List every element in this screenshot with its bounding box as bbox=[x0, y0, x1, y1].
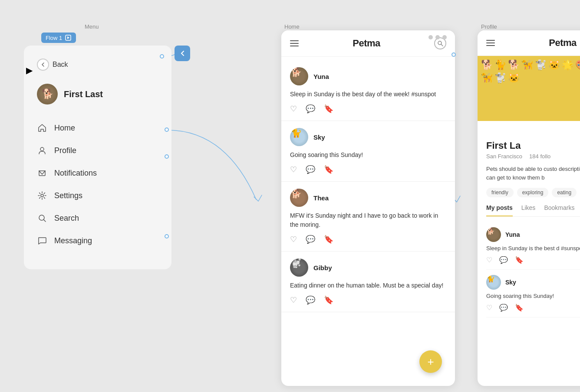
profile-name: First La bbox=[486, 140, 580, 151]
mini-post-2-emoji: 🐈 bbox=[486, 275, 495, 282]
post-1-bookmark-icon[interactable]: 🔖 bbox=[324, 104, 333, 114]
profile-screen-header: Petma bbox=[478, 30, 580, 56]
menu-item-notifications[interactable]: Notifications bbox=[37, 162, 158, 184]
profile-bio: Pets should be able to custo description… bbox=[486, 165, 580, 182]
mini-post-1-username: Yuna bbox=[505, 231, 520, 238]
post-2-like-icon[interactable]: ♡ bbox=[290, 165, 297, 174]
mini-post-2-comment[interactable]: 💬 bbox=[499, 304, 508, 312]
mini-post-1-emoji: 🐕 bbox=[486, 227, 495, 235]
post-item-3: 🐕 Thea MFW it's Sunday night and I have … bbox=[281, 182, 455, 252]
mini-post-1-comment[interactable]: 💬 bbox=[499, 256, 508, 264]
dot-home-search bbox=[451, 52, 456, 57]
home-label: Home bbox=[284, 23, 300, 30]
back-chevron-icon bbox=[40, 62, 46, 68]
mini-post-1-avatar: 🐕 bbox=[486, 227, 501, 242]
dot-profile bbox=[165, 154, 169, 159]
profile-logo: Petma bbox=[549, 37, 577, 49]
post-3-like-icon[interactable]: ♡ bbox=[290, 235, 297, 244]
menu-item-profile-label: Profile bbox=[54, 146, 76, 155]
home-logo: Petma bbox=[353, 38, 380, 49]
dot-back bbox=[160, 54, 164, 59]
menu-item-messaging[interactable]: Messaging bbox=[37, 229, 158, 252]
profile-tab-posts[interactable]: My posts bbox=[486, 204, 513, 216]
flow-badge[interactable]: Flow 1 bbox=[41, 33, 76, 43]
post-4-text: Eating dinner on the human table. Must b… bbox=[290, 281, 446, 290]
mini-post-1-text: Sleep in Sunday is the best d #sunspot bbox=[486, 245, 580, 252]
messaging-icon bbox=[37, 235, 47, 246]
post-4-comment-icon[interactable]: 💬 bbox=[306, 295, 315, 305]
flow-badge-icon bbox=[65, 34, 72, 41]
profile-hamburger-menu[interactable] bbox=[486, 40, 495, 46]
post-item-1: 🐕 Yuna Sleep in Sunday is the best day o… bbox=[281, 60, 455, 121]
menu-item-search[interactable]: Search bbox=[37, 207, 158, 229]
post-4-actions: ♡ 💬 🔖 bbox=[290, 295, 446, 305]
home-hamburger-menu[interactable] bbox=[290, 40, 299, 46]
post-2-bookmark-icon[interactable]: 🔖 bbox=[324, 165, 333, 174]
menu-item-home[interactable]: Home bbox=[37, 117, 158, 139]
post-1-actions: ♡ 💬 🔖 bbox=[290, 104, 446, 114]
profile-tag-2[interactable]: eating bbox=[552, 188, 577, 197]
menu-item-settings-label: Settings bbox=[54, 191, 82, 200]
search-icon bbox=[37, 213, 47, 223]
menu-label: Menu bbox=[85, 23, 99, 30]
profile-tag-1[interactable]: exploring bbox=[517, 188, 549, 197]
menu-item-profile[interactable]: Profile bbox=[37, 139, 158, 162]
menu-item-messaging-label: Messaging bbox=[54, 236, 92, 245]
post-3-bookmark-icon[interactable]: 🔖 bbox=[324, 235, 333, 244]
menu-item-home-label: Home bbox=[54, 124, 75, 133]
profile-tab-bookmarks[interactable]: Bookmarks bbox=[544, 204, 574, 216]
home-screen-header: Petma bbox=[281, 30, 455, 57]
post-3-actions: ♡ 💬 🔖 bbox=[290, 235, 446, 244]
post-2-text: Going soaring this Sunday! bbox=[290, 150, 446, 160]
profile-tabs: My posts Likes Bookmarks bbox=[486, 204, 580, 217]
menu-user[interactable]: 🐕 First Last bbox=[37, 84, 158, 105]
dot-home bbox=[165, 127, 169, 132]
mini-post-2-actions: ♡ 💬 🔖 bbox=[486, 304, 580, 312]
settings-icon bbox=[37, 190, 47, 201]
home-screen: Petma 🐕 Yuna Sleep in Sunday is the best… bbox=[281, 30, 455, 386]
mini-post-1-actions: ♡ 💬 🔖 bbox=[486, 256, 580, 264]
mini-post-1-like[interactable]: ♡ bbox=[486, 256, 492, 264]
menu-item-search-label: Search bbox=[54, 214, 79, 223]
mini-post-2-bookmark[interactable]: 🔖 bbox=[515, 304, 524, 312]
mini-post-2-text: Going soaring this Sunday! bbox=[486, 292, 580, 300]
post-4-like-icon[interactable]: ♡ bbox=[290, 295, 297, 305]
profile-tags: friendly exploring eating bbox=[486, 188, 580, 197]
post-4-username: Gibby bbox=[313, 264, 332, 271]
cursor: ▶ bbox=[26, 65, 33, 75]
post-2-actions: ♡ 💬 🔖 bbox=[290, 165, 446, 174]
window-ctrl-3 bbox=[442, 35, 447, 39]
mini-post-2-like[interactable]: ♡ bbox=[486, 304, 492, 312]
post-3-text: MFW it's Sunday night and I have to go b… bbox=[290, 211, 446, 229]
back-button[interactable]: Back bbox=[37, 59, 158, 71]
post-1-like-icon[interactable]: ♡ bbox=[290, 104, 297, 114]
post-2-avatar-emoji: 🐈 bbox=[290, 128, 302, 138]
post-3-comment-icon[interactable]: 💬 bbox=[306, 235, 315, 244]
menu-item-settings[interactable]: Settings bbox=[37, 184, 158, 207]
profile-tab-likes[interactable]: Likes bbox=[521, 204, 536, 216]
back-arrow-button[interactable] bbox=[175, 46, 190, 61]
post-avatar-4: 🐩 bbox=[290, 258, 308, 277]
post-3-avatar-emoji: 🐕 bbox=[290, 189, 302, 199]
post-avatar-2: 🐈 bbox=[290, 128, 308, 146]
flow-badge-label: Flow 1 bbox=[46, 35, 62, 41]
profile-location: San Francisco bbox=[486, 153, 522, 160]
mini-post-2-avatar: 🐈 bbox=[486, 275, 501, 290]
fab-create-post[interactable]: + bbox=[419, 350, 442, 373]
mini-post-1-bookmark[interactable]: 🔖 bbox=[515, 256, 524, 264]
menu-panel: Back 🐕 First Last Home Profile bbox=[24, 46, 171, 269]
post-4-bookmark-icon[interactable]: 🔖 bbox=[324, 295, 333, 305]
post-1-username: Yuna bbox=[313, 73, 329, 80]
menu-items-list: Home Profile Notification bbox=[37, 117, 158, 252]
post-item-2: 🐈 Sky Going soaring this Sunday! ♡ 💬 🔖 bbox=[281, 121, 455, 182]
menu-item-notifications-label: Notifications bbox=[54, 169, 97, 178]
profile-cover: 🐕 🐈 🐕 🦮 🐩 🐱 🌟 🎨 🐾 🐕 🐈 🐕 🦮 🐩 🐱 🐕 bbox=[478, 56, 580, 121]
profile-tag-0[interactable]: friendly bbox=[486, 188, 514, 197]
post-1-comment-icon[interactable]: 💬 bbox=[306, 104, 315, 114]
menu-user-avatar: 🐕 bbox=[37, 84, 58, 105]
svg-line-7 bbox=[44, 220, 46, 222]
dot-search bbox=[165, 234, 169, 238]
profile-stickers: 🐕 🐈 🐕 🦮 🐩 🐱 🌟 🎨 🐾 🐕 🐈 🐕 🦮 🐩 🐱 bbox=[478, 56, 580, 87]
post-2-comment-icon[interactable]: 💬 bbox=[306, 165, 315, 174]
menu-username: First Last bbox=[64, 89, 103, 99]
